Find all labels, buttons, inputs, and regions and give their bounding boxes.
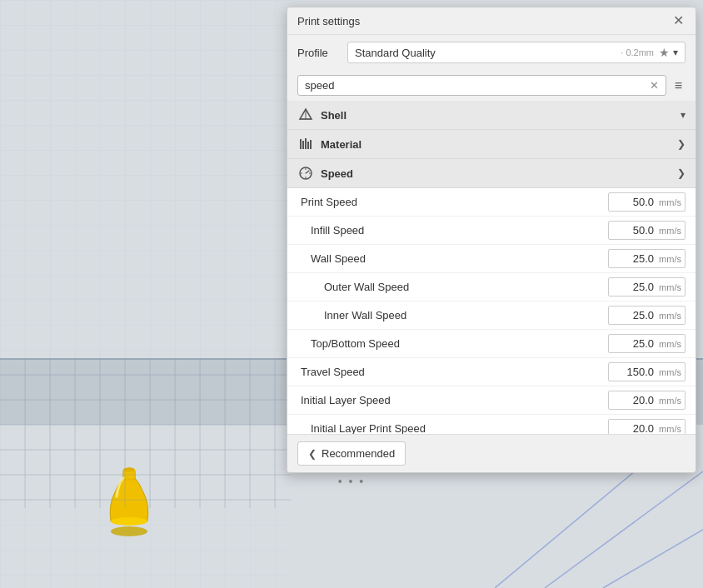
top-bottom-speed-unit: mm/s xyxy=(659,336,685,351)
grid-lines-bottom xyxy=(0,358,292,508)
close-button[interactable]: ✕ xyxy=(671,14,686,27)
top-bottom-speed-label: Top/Bottom Speed xyxy=(311,337,608,350)
wall-speed-value-wrap: mm/s xyxy=(608,249,686,268)
wall-speed-input[interactable] xyxy=(609,250,659,267)
clear-search-button[interactable]: ✕ xyxy=(650,80,659,91)
setting-infill-speed: Infill Speed mm/s xyxy=(287,217,696,245)
inner-wall-speed-input[interactable] xyxy=(609,306,659,324)
star-icon: ★ xyxy=(659,46,670,59)
svg-line-38 xyxy=(306,171,309,173)
inner-wall-speed-label: Inner Wall Speed xyxy=(324,309,608,321)
print-speed-unit: mm/s xyxy=(659,195,685,210)
search-row: ✕ ≡ xyxy=(287,70,696,101)
setting-initial-layer-speed: Initial Layer Speed mm/s xyxy=(287,386,696,415)
infill-speed-label: Infill Speed xyxy=(311,224,608,237)
setting-top-bottom-speed: Top/Bottom Speed mm/s xyxy=(287,330,696,358)
top-bottom-speed-value-wrap: mm/s xyxy=(608,334,686,353)
print-speed-value-wrap: mm/s xyxy=(608,192,686,212)
svg-rect-29 xyxy=(302,141,304,149)
profile-label: Profile xyxy=(297,47,339,59)
setting-inner-wall-speed: Inner Wall Speed mm/s xyxy=(287,301,696,330)
svg-point-1 xyxy=(111,526,147,536)
dialog-header: Print settings ✕ xyxy=(287,7,696,35)
speed-icon xyxy=(297,165,314,182)
infill-speed-input[interactable] xyxy=(609,222,659,239)
wall-speed-unit: mm/s xyxy=(659,252,685,267)
initial-layer-speed-value-wrap: mm/s xyxy=(608,391,686,410)
shell-chevron: ▾ xyxy=(681,109,686,121)
initial-layer-speed-input[interactable] xyxy=(609,391,659,409)
travel-speed-input[interactable] xyxy=(609,363,659,381)
print-speed-input[interactable] xyxy=(609,193,659,211)
print-settings-dialog: Print settings ✕ Profile Standard Qualit… xyxy=(287,7,696,473)
svg-point-2 xyxy=(111,517,147,526)
setting-travel-speed: Travel Speed mm/s xyxy=(287,358,696,386)
filter-menu-button[interactable]: ≡ xyxy=(671,77,686,95)
infill-speed-unit: mm/s xyxy=(659,223,685,238)
setting-initial-layer-print-speed: Initial Layer Print Speed mm/s xyxy=(287,415,696,434)
category-speed[interactable]: Speed ❯ xyxy=(287,159,696,188)
initial-layer-speed-unit: mm/s xyxy=(659,393,685,408)
material-icon xyxy=(297,136,314,152)
search-input-wrap: ✕ xyxy=(297,75,666,96)
settings-list: Shell ▾ Material ❯ xyxy=(287,101,696,434)
svg-line-6 xyxy=(545,471,703,588)
infill-speed-value-wrap: mm/s xyxy=(608,221,686,240)
initial-layer-speed-label: Initial Layer Speed xyxy=(301,394,608,406)
setting-outer-wall-speed: Outer Wall Speed mm/s xyxy=(287,273,696,301)
outer-wall-speed-unit: mm/s xyxy=(659,280,685,295)
category-shell[interactable]: Shell ▾ xyxy=(287,101,696,130)
travel-speed-unit: mm/s xyxy=(659,365,685,380)
setting-print-speed: Print Speed mm/s xyxy=(287,188,696,217)
outer-wall-speed-value-wrap: mm/s xyxy=(608,277,686,296)
initial-layer-print-speed-input[interactable] xyxy=(609,420,659,434)
speed-label: Speed xyxy=(321,167,671,180)
material-label: Material xyxy=(321,138,671,151)
travel-speed-label: Travel Speed xyxy=(301,366,608,378)
print-speed-label: Print Speed xyxy=(301,196,608,208)
recommended-button[interactable]: ❮ Recommended xyxy=(297,441,406,466)
profile-name: Standard Quality xyxy=(355,47,616,59)
svg-rect-32 xyxy=(310,140,312,149)
profile-size: · 0.2mm xyxy=(621,47,654,57)
svg-line-7 xyxy=(603,530,703,588)
shell-icon xyxy=(297,107,314,123)
outer-wall-speed-label: Outer Wall Speed xyxy=(324,281,608,293)
profile-row: Profile Standard Quality · 0.2mm ★ ▾ xyxy=(287,35,696,70)
dialog-title: Print settings xyxy=(297,15,360,27)
recommended-label: Recommended xyxy=(322,447,395,460)
wall-speed-label: Wall Speed xyxy=(311,252,608,265)
initial-layer-print-speed-unit: mm/s xyxy=(659,421,685,435)
shell-label: Shell xyxy=(321,109,674,122)
search-input[interactable] xyxy=(305,79,645,92)
initial-layer-print-speed-value-wrap: mm/s xyxy=(608,419,686,434)
profile-icons: ★ ▾ xyxy=(659,46,678,59)
chevron-left-icon: ❮ xyxy=(308,448,317,460)
inner-wall-speed-value-wrap: mm/s xyxy=(608,306,686,325)
svg-rect-31 xyxy=(307,142,309,149)
svg-rect-28 xyxy=(300,139,302,149)
travel-speed-value-wrap: mm/s xyxy=(608,362,686,381)
category-material[interactable]: Material ❯ xyxy=(287,130,696,159)
speed-chevron: ❯ xyxy=(677,167,686,179)
svg-rect-30 xyxy=(305,138,307,149)
dialog-footer: ❮ Recommended xyxy=(287,434,696,472)
resize-handle[interactable]: • • • xyxy=(338,475,365,488)
chevron-down-icon: ▾ xyxy=(673,47,678,58)
profile-select[interactable]: Standard Quality · 0.2mm ★ ▾ xyxy=(347,42,686,63)
inner-wall-speed-unit: mm/s xyxy=(659,308,685,323)
outer-wall-speed-input[interactable] xyxy=(609,278,659,296)
setting-wall-speed: Wall Speed mm/s xyxy=(287,245,696,273)
initial-layer-print-speed-label: Initial Layer Print Speed xyxy=(311,422,608,434)
top-bottom-speed-input[interactable] xyxy=(609,335,659,352)
material-chevron: ❯ xyxy=(677,138,686,150)
